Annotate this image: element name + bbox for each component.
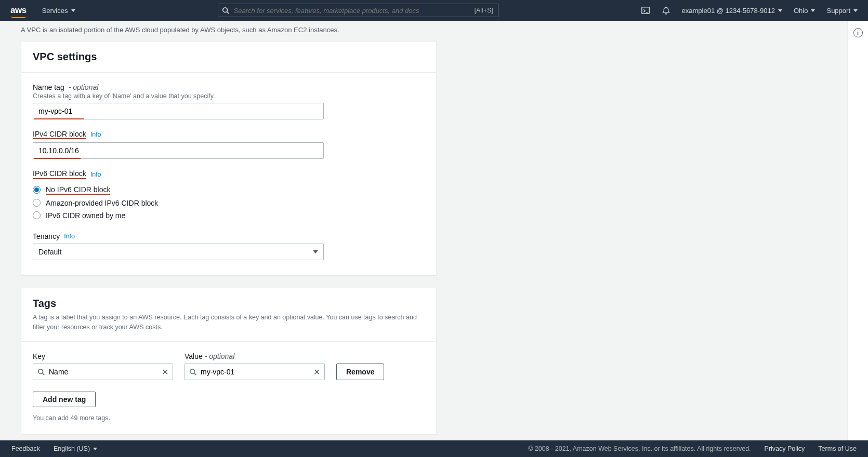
copyright-text: © 2008 - 2021, Amazon Web Services, Inc.… (111, 445, 751, 452)
ipv6-option-amazon[interactable]: Amazon-provided IPv6 CIDR block (33, 197, 425, 209)
ipv6-option-none[interactable]: No IPv6 CIDR block (33, 183, 425, 197)
svg-line-1 (227, 12, 229, 14)
svg-line-6 (194, 373, 196, 375)
tenancy-label: Tenancy (33, 232, 60, 240)
radio-icon (33, 211, 41, 219)
cloudshell-icon[interactable] (641, 6, 650, 15)
clear-icon[interactable]: ✕ (313, 367, 320, 377)
search-input[interactable] (218, 4, 498, 17)
tags-remaining-note: You can add 49 more tags. (33, 414, 425, 422)
vpc-settings-title: VPC settings (33, 51, 425, 63)
caret-down-icon (853, 9, 858, 12)
field-ipv6-cidr: IPv6 CIDR block Info No IPv6 CIDR block … (33, 169, 425, 221)
caret-down-icon (811, 9, 815, 12)
support-menu[interactable]: Support (826, 7, 858, 15)
ipv6-option-label-1: Amazon-provided IPv6 CIDR block (46, 199, 158, 207)
caret-down-icon (778, 9, 782, 12)
ipv6-option-owned[interactable]: IPv6 CIDR owned by me (33, 209, 425, 222)
aws-logo-text: aws (10, 5, 27, 15)
field-name-tag: Name tag - optional Creates a tag with a… (33, 83, 425, 119)
tag-key-input-wrap[interactable]: ✕ (33, 364, 173, 380)
search-icon (37, 368, 45, 375)
info-icon[interactable]: i (853, 28, 863, 37)
support-label: Support (826, 7, 850, 15)
tags-panel: Tags A tag is a label that you assign to… (21, 288, 437, 435)
name-tag-optional: - optional (69, 83, 99, 91)
tag-key-label: Key (33, 352, 173, 360)
ipv4-cidr-input[interactable] (33, 142, 324, 159)
caret-down-icon (313, 250, 318, 253)
tags-description: A tag is a label that you assign to an A… (33, 313, 425, 332)
ipv6-label: IPv6 CIDR block (33, 170, 86, 179)
tag-value-input-wrap[interactable]: ✕ (185, 364, 325, 380)
field-tenancy: Tenancy Info Default (33, 232, 425, 260)
language-menu[interactable]: English (US) (54, 445, 97, 452)
tags-title: Tags (33, 298, 425, 310)
name-tag-help: Creates a tag with a key of 'Name' and a… (33, 92, 425, 100)
tag-value-label: Value (185, 352, 203, 360)
region-menu[interactable]: Ohio (794, 7, 815, 15)
ipv6-info-link[interactable]: Info (90, 171, 101, 178)
account-label: example01 @ 1234-5678-9012 (682, 7, 775, 15)
services-menu[interactable]: Services (42, 7, 75, 15)
tag-value-optional: - optional (205, 352, 235, 360)
search-shortcut-hint: [Alt+S] (475, 7, 493, 14)
tag-row: Key ✕ Value (33, 352, 425, 380)
tenancy-value: Default (38, 248, 61, 256)
global-search[interactable]: [Alt+S] (218, 4, 498, 17)
aws-smile-icon (10, 15, 27, 18)
radio-icon (33, 186, 41, 194)
bottom-bar: Feedback English (US) © 2008 - 2021, Ama… (0, 440, 868, 457)
ipv4-info-link[interactable]: Info (90, 131, 101, 138)
main-scroll-area[interactable]: A VPC is an isolated portion of the AWS … (0, 21, 847, 440)
svg-line-4 (43, 373, 45, 375)
services-label: Services (42, 7, 68, 15)
terms-link[interactable]: Terms of Use (818, 445, 857, 452)
ipv6-option-label-0: No IPv6 CIDR block (46, 185, 110, 195)
clear-icon[interactable]: ✕ (162, 367, 168, 377)
tag-key-input[interactable] (49, 368, 157, 376)
language-label: English (US) (54, 445, 90, 452)
search-icon (189, 368, 196, 375)
name-tag-input[interactable] (33, 103, 324, 119)
top-nav: aws Services [Alt+S] example01 @ 1 (0, 0, 868, 21)
svg-point-5 (190, 369, 195, 374)
name-tag-label: Name tag (33, 83, 64, 91)
aws-logo[interactable]: aws (10, 5, 27, 16)
radio-icon (33, 199, 41, 207)
tenancy-select[interactable]: Default (33, 244, 324, 260)
page-description: A VPC is an isolated portion of the AWS … (0, 21, 847, 41)
ipv4-label: IPv4 CIDR block (33, 130, 86, 139)
account-menu[interactable]: example01 @ 1234-5678-9012 (682, 7, 782, 15)
tag-value-input[interactable] (201, 368, 309, 376)
search-icon (222, 7, 229, 14)
add-tag-button[interactable]: Add new tag (33, 392, 96, 407)
svg-point-3 (38, 369, 43, 374)
svg-point-0 (222, 8, 227, 12)
field-ipv4-cidr: IPv4 CIDR block Info (33, 130, 425, 159)
caret-down-icon (71, 9, 75, 12)
notifications-icon[interactable] (662, 6, 670, 15)
ipv6-option-label-2: IPv6 CIDR owned by me (46, 211, 125, 220)
region-label: Ohio (794, 7, 808, 15)
help-panel-toggle-gutter: i (847, 21, 868, 440)
remove-tag-button[interactable]: Remove (336, 364, 384, 380)
svg-rect-2 (641, 7, 649, 14)
feedback-link[interactable]: Feedback (11, 445, 40, 452)
vpc-settings-panel: VPC settings Name tag - optional Creates… (21, 41, 437, 275)
caret-down-icon (93, 448, 97, 450)
privacy-link[interactable]: Privacy Policy (765, 445, 805, 452)
tenancy-info-link[interactable]: Info (64, 233, 75, 240)
